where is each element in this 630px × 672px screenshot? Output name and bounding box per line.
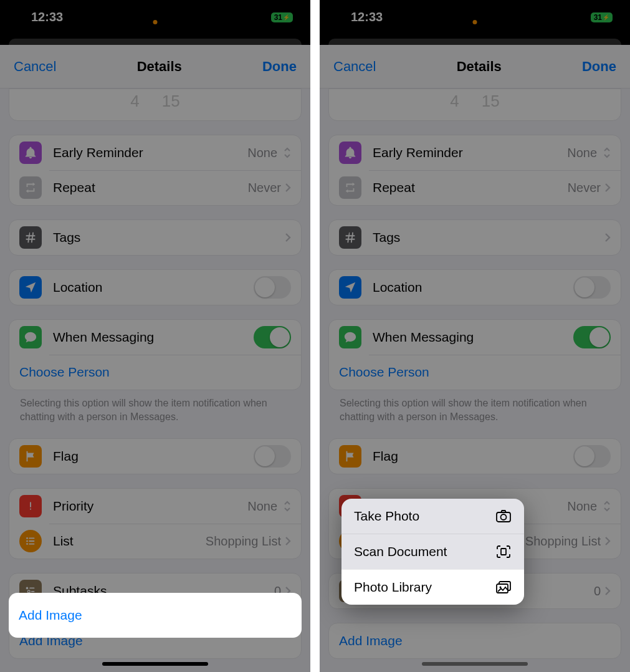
updown-icon — [284, 147, 291, 158]
recording-indicator-dot — [153, 20, 158, 24]
menu-scan-document[interactable]: Scan Document — [341, 534, 524, 569]
details-sheet: Cancel Details Done 415 Early Reminder — [0, 45, 310, 672]
camera-icon — [495, 509, 512, 523]
svg-rect-1 — [29, 538, 34, 539]
messaging-toggle[interactable] — [573, 326, 611, 348]
messaging-toggle[interactable] — [254, 326, 291, 348]
time-picker-fade: 415 — [9, 89, 301, 120]
flag-icon — [19, 445, 42, 468]
tags-row[interactable]: Tags — [9, 220, 301, 255]
cancel-button[interactable]: Cancel — [333, 59, 376, 75]
chevron-right-icon — [285, 233, 291, 242]
flag-toggle[interactable] — [254, 445, 291, 468]
svg-point-25 — [501, 514, 507, 520]
list-icon — [19, 530, 42, 552]
menu-photo-library[interactable]: Photo Library — [341, 569, 524, 605]
updown-icon — [284, 501, 291, 512]
choose-person-row[interactable]: Choose Person — [329, 355, 621, 390]
hash-icon — [339, 226, 361, 249]
recording-indicator-dot — [473, 20, 477, 24]
hash-icon — [19, 226, 42, 249]
add-image-menu: Take Photo Scan Document Photo Library — [341, 499, 524, 605]
exclamation-icon — [19, 495, 42, 517]
svg-rect-3 — [29, 540, 34, 542]
flag-row[interactable]: Flag — [329, 439, 621, 474]
repeat-icon — [339, 176, 361, 199]
status-time: 12:33 — [31, 10, 63, 24]
messages-icon — [19, 326, 42, 348]
tags-row[interactable]: Tags — [329, 220, 621, 255]
nav-title: Details — [457, 59, 502, 75]
chevron-right-icon — [285, 536, 291, 546]
cancel-button[interactable]: Cancel — [14, 59, 56, 75]
svg-point-0 — [26, 537, 28, 539]
early-reminder-row[interactable]: Early Reminder None — [9, 135, 301, 170]
svg-rect-7 — [29, 588, 34, 589]
when-messaging-row[interactable]: When Messaging — [329, 320, 621, 355]
repeat-row[interactable]: Repeat Never — [329, 170, 621, 205]
nav-bar: Cancel Details Done — [0, 45, 310, 89]
left-screenshot: 12:33 31⚡ Cancel Details Done 415 — [0, 0, 310, 672]
bell-icon — [19, 142, 42, 164]
home-indicator[interactable] — [102, 662, 208, 666]
list-row[interactable]: List Shopping List — [9, 524, 301, 559]
done-button[interactable]: Done — [262, 59, 297, 75]
battery-badge: 31⚡ — [271, 12, 293, 22]
chevron-right-icon — [285, 183, 291, 193]
nav-title: Details — [137, 59, 182, 75]
choose-person-row[interactable]: Choose Person — [9, 355, 301, 390]
flag-row[interactable]: Flag — [9, 439, 301, 474]
messaging-footer: Selecting this option will show the item… — [9, 390, 302, 425]
flag-toggle[interactable] — [573, 445, 611, 468]
battery-badge: 31⚡ — [591, 12, 613, 22]
flag-icon — [339, 445, 361, 468]
repeat-icon — [19, 176, 42, 199]
scan-icon — [495, 545, 512, 559]
when-messaging-row[interactable]: When Messaging — [9, 320, 301, 355]
location-row[interactable]: Location — [329, 270, 621, 305]
menu-take-photo[interactable]: Take Photo — [341, 499, 524, 534]
location-row[interactable]: Location — [9, 270, 301, 305]
svg-point-2 — [26, 540, 28, 542]
svg-rect-26 — [501, 549, 506, 555]
bell-icon — [339, 142, 361, 164]
svg-rect-9 — [31, 591, 34, 592]
priority-row[interactable]: Priority None — [9, 489, 301, 524]
location-toggle[interactable] — [254, 276, 291, 299]
status-time: 12:33 — [351, 10, 383, 24]
right-screenshot: 12:33 31⚡ Cancel Details Done 415 Early … — [320, 0, 630, 672]
svg-point-6 — [26, 587, 29, 590]
done-button[interactable]: Done — [582, 59, 616, 75]
home-indicator[interactable] — [422, 662, 528, 666]
svg-point-4 — [26, 543, 28, 545]
location-arrow-icon — [339, 276, 361, 299]
early-reminder-row[interactable]: Early Reminder None — [329, 135, 621, 170]
nav-bar: Cancel Details Done — [320, 45, 630, 89]
photo-library-icon — [495, 580, 512, 594]
add-image-button[interactable]: Add Image — [329, 623, 621, 658]
location-toggle[interactable] — [573, 276, 611, 299]
messages-icon — [339, 326, 361, 348]
add-image-button[interactable]: Add Image — [9, 593, 302, 638]
status-bar: 12:33 31⚡ — [0, 0, 310, 34]
svg-rect-5 — [29, 544, 34, 545]
repeat-row[interactable]: Repeat Never — [9, 170, 301, 205]
location-arrow-icon — [19, 276, 42, 299]
status-bar: 12:33 31⚡ — [320, 0, 630, 34]
